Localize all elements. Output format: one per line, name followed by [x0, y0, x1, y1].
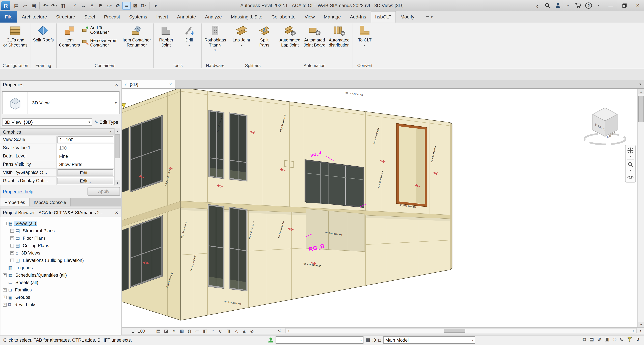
ribbon-tab-collaborate[interactable]: Collaborate [267, 11, 300, 23]
property-value[interactable]: Show Parts [58, 162, 82, 167]
ribbon-tab-modify[interactable]: Modify [396, 11, 419, 23]
save-icon[interactable]: ▣ [30, 2, 38, 10]
dropdown-arrow-icon[interactable]: ▾ [56, 4, 57, 7]
visual-style-icon[interactable]: ◪ [164, 328, 169, 334]
ribbon-tab-systems[interactable]: Systems [124, 11, 152, 23]
tree-item-schedules-quantities-all[interactable]: +▦Schedules/Quantities (all) [0, 271, 121, 279]
select-elements-by-face-icon[interactable]: ▣ [604, 336, 609, 342]
scroll-corner-button[interactable] [638, 327, 644, 334]
properties-scrollbar[interactable] [114, 128, 120, 185]
split-roofs-button[interactable]: Split Roofs [32, 23, 55, 43]
ribbon-tab-view[interactable]: View [300, 11, 319, 23]
properties-close-icon[interactable] [115, 82, 118, 87]
chevron-left-icon[interactable] [534, 2, 540, 10]
section-marker[interactable] [122, 104, 126, 108]
design-option-combo[interactable]: Main Model [383, 336, 475, 344]
revit-logo[interactable]: R [1, 1, 10, 10]
door-opening[interactable] [396, 123, 427, 207]
show-analytical-model-icon[interactable]: △ [234, 328, 239, 334]
search-icon[interactable] [544, 2, 551, 10]
background-processes-icon[interactable]: ⊙ [620, 336, 624, 342]
view-bar-chevron-icon[interactable] [278, 328, 283, 334]
automated-joint-board-button[interactable]: AutomatedJoint Board [302, 23, 327, 47]
building-left-wall[interactable] [122, 89, 180, 320]
switch-windows-icon[interactable]: ⧉▾ [140, 2, 148, 10]
tree-expander-icon[interactable]: + [3, 295, 6, 299]
section-marker[interactable] [350, 89, 354, 89]
reveal-hidden-elements-icon[interactable]: ⊙ [218, 328, 224, 334]
sign-in-dropdown-icon[interactable] [565, 2, 571, 10]
tree-item-views-all[interactable]: −▦Views (all) [0, 220, 121, 227]
to-clt-button[interactable]: To CLT▾ [354, 23, 376, 48]
measure-icon[interactable]: ∕ [70, 2, 79, 10]
panel-id-label[interactable]: RG_1-01 2070x1010 [345, 92, 363, 96]
tree-expander-icon[interactable]: + [3, 288, 6, 292]
scroll-up-icon[interactable] [114, 128, 120, 134]
ribbon-tab-manage[interactable]: Manage [319, 11, 346, 23]
crop-view-icon[interactable]: ▭ [195, 328, 200, 334]
rendering-dialog-icon[interactable]: ◍ [187, 328, 192, 334]
detail-level-icon[interactable]: ▤ [156, 328, 161, 334]
tree-expander-icon[interactable]: + [10, 244, 14, 247]
displacement-sets-icon[interactable]: ▲ [242, 328, 247, 334]
zoom-icon[interactable] [626, 160, 635, 169]
close-hidden-windows-icon[interactable]: ⊠ [131, 2, 139, 10]
show-crop-region-icon[interactable]: ◧ [202, 328, 208, 334]
filter-icon[interactable] [627, 337, 632, 342]
wheel-dropdown-icon[interactable] [630, 155, 631, 158]
item-container-renumber-button[interactable]: Item ContainerRenumber [122, 23, 152, 47]
rabbet-joint-button[interactable]: RabbetJoint [155, 23, 177, 47]
file-tabs-icon[interactable]: ▤ [12, 2, 20, 10]
default-3d-view-icon[interactable]: ⌂▾ [105, 2, 113, 10]
redo-icon[interactable]: ↷▾ [50, 2, 58, 10]
tree-expander-icon[interactable]: + [3, 303, 6, 306]
property-input-view-scale[interactable]: 1 : 100 [58, 136, 113, 143]
type-selector[interactable]: 3D View [2, 91, 120, 114]
section-icon[interactable]: ⊘ [114, 2, 122, 10]
text-icon[interactable]: A [88, 2, 96, 10]
type-selector-dropdown-icon[interactable] [112, 92, 119, 114]
open-icon[interactable]: ▱ [21, 2, 29, 10]
ribbon-tab-analyze[interactable]: Analyze [200, 11, 226, 23]
editable-only-icon[interactable]: ▧ [366, 337, 370, 343]
file-tab[interactable]: File [0, 11, 17, 23]
close-button[interactable] [633, 0, 643, 11]
tree-item-sheets-all[interactable]: ▭Sheets (all) [0, 279, 121, 286]
tree-item-floor-plans[interactable]: +▤Floor Plans [0, 234, 121, 242]
design-options-icon[interactable]: ⧈ [378, 337, 381, 343]
automated-distribution-button[interactable]: Automateddistribution [328, 23, 351, 47]
tree-item-3d-views[interactable]: +⌂3D Views [0, 249, 121, 256]
tag-icon[interactable]: ⚑ [96, 2, 105, 10]
thin-lines-icon[interactable]: ≡ [122, 2, 131, 10]
item-containers-button[interactable]: ItemContainers [58, 23, 81, 47]
dropdown-arrow-icon[interactable]: ▾ [110, 4, 112, 7]
dropdown-arrow-icon[interactable]: ▾ [364, 43, 366, 48]
vertical-scroll-thumb[interactable] [638, 96, 644, 122]
reveal-constraints-icon[interactable]: ⊘ [250, 328, 255, 334]
minimize-button[interactable] [606, 0, 616, 11]
clts-and-or-sheetings-button[interactable]: CLTs andor Sheetings [2, 23, 29, 47]
horizontal-scroll-thumb[interactable] [444, 329, 465, 332]
dropdown-arrow-icon[interactable]: ▾ [145, 4, 146, 7]
zoom-dropdown-icon[interactable] [630, 169, 631, 172]
dropdown-arrow-icon[interactable]: ▾ [214, 48, 216, 52]
help-dropdown-icon[interactable] [596, 2, 602, 10]
automated-lap-joint-button[interactable]: AutomatedLap Joint [278, 23, 302, 47]
ribbon-tab-insert[interactable]: Insert [152, 11, 172, 23]
tab-hsbcad-console[interactable]: hsbcad Console [30, 198, 71, 206]
view-tabs-overflow-icon[interactable] [636, 80, 644, 89]
3d-viewport[interactable]: RG_1-01 2650x1010RG_1-04 2650x1010RG_P-1… [122, 89, 637, 327]
view-tab-close-icon[interactable] [169, 82, 172, 86]
scroll-left-icon[interactable] [286, 328, 291, 333]
tree-expander-icon[interactable]: + [10, 236, 14, 240]
view-tab-3d[interactable]: {3D} [122, 80, 175, 89]
tree-item-ceiling-plans[interactable]: +▤Ceiling Plans [0, 242, 121, 249]
aligned-dimension-icon[interactable]: ↔ [79, 2, 88, 10]
help-icon[interactable]: ? [585, 3, 592, 9]
horizontal-scrollbar[interactable] [286, 328, 636, 333]
restore-button[interactable] [619, 0, 629, 11]
orbit-icon[interactable] [626, 173, 635, 181]
wide-window[interactable] [305, 159, 364, 208]
graphics-section-header[interactable]: Graphics [0, 128, 114, 135]
temporary-view-properties-icon[interactable]: ◨ [226, 328, 231, 334]
